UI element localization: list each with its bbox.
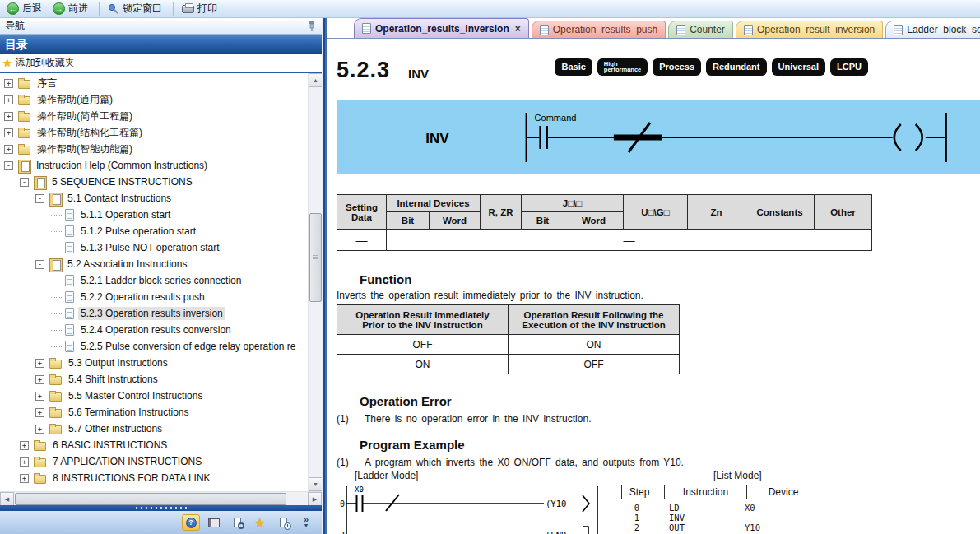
favorites-view-button[interactable]: ★ — [251, 514, 269, 531]
tree-item[interactable]: +5.5 Master Control Instructions — [0, 388, 308, 404]
tree-item[interactable]: 5.1.3 Pulse NOT operation start — [0, 239, 308, 256]
document-icon — [894, 25, 903, 35]
tree-item[interactable]: -5.2 Association Instructions — [0, 256, 308, 272]
tree-item[interactable]: +5.4 Shift Instructions — [0, 371, 308, 388]
tree-item-selected[interactable]: 5.2.3 Operation results inversion — [0, 305, 308, 322]
scrollbar-thumb[interactable] — [15, 493, 286, 505]
tree-item[interactable]: +操作帮助(智能功能篇) — [0, 141, 308, 157]
tree-expander[interactable]: - — [35, 260, 44, 269]
ladder-mode-label: [Ladder Mode] — [355, 470, 418, 481]
contents-view-button[interactable]: ? — [182, 514, 200, 531]
bit-header: Bit — [387, 212, 430, 230]
tree-item[interactable]: +操作帮助(结构化工程篇) — [0, 124, 308, 141]
add-to-favorites[interactable]: ★ 添加到收藏夹 — [0, 54, 322, 73]
table-cell: OFF — [509, 355, 680, 374]
toolbar-overflow-button[interactable]: »▼ — [297, 514, 315, 531]
document-icon — [744, 25, 753, 35]
tree-expander[interactable]: + — [20, 457, 29, 467]
scrollbar-thumb[interactable] — [309, 213, 322, 302]
table-cell: OFF — [337, 335, 509, 355]
contents-title-bar: 目录 — [0, 35, 322, 54]
tree-item[interactable]: -5.1 Contact Instructions — [0, 190, 308, 207]
document-icon — [540, 25, 549, 35]
tree-item[interactable]: -5 SEQUENCE INSTRUCTIONS — [0, 174, 308, 190]
tree-item[interactable]: 5.1.1 Operation start — [0, 207, 308, 223]
tree-horizontal-scrollbar[interactable]: ◀ ▶ — [0, 491, 322, 505]
history-view-button[interactable] — [274, 514, 292, 531]
tree-expander[interactable]: + — [35, 425, 44, 434]
scroll-up-button[interactable]: ▲ — [309, 73, 322, 87]
tree-item[interactable]: +6 BASIC INSTRUCTIONS — [0, 437, 308, 453]
tree-expander[interactable]: - — [35, 194, 44, 203]
tab-operation-results-push[interactable]: Operation_results_push — [532, 21, 666, 38]
lock-window-button[interactable]: 锁定窗口 — [105, 1, 168, 16]
svg-text:[END: [END — [546, 530, 566, 534]
program-example-heading: Program Example — [360, 438, 980, 452]
chevron-down-icon: ▼ — [304, 522, 309, 528]
tree-expander[interactable]: + — [35, 359, 44, 368]
badge-high-performance: Highperformance — [597, 58, 648, 76]
tree-expander[interactable]: - — [4, 161, 13, 170]
list-table-body: 0LDX0 1INV 2OUTY10 3END — [621, 503, 820, 534]
page-icon — [65, 275, 74, 286]
panel-splitter[interactable] — [0, 505, 322, 511]
tree-expander[interactable]: + — [4, 145, 13, 154]
book-icon — [18, 160, 30, 172]
tab-ladder-block-series[interactable]: Ladder_block_series — [885, 21, 980, 38]
tab-counter[interactable]: Counter — [668, 21, 733, 38]
tree-item[interactable]: +5.7 Other instructions — [0, 420, 308, 437]
tree-expander[interactable]: + — [20, 474, 29, 483]
instruction-header: Instruction — [665, 485, 747, 499]
tab-operation-result-inversion[interactable]: Operation_result_inversion — [736, 21, 883, 38]
tree-expander[interactable]: - — [20, 178, 29, 187]
close-tab-icon[interactable]: × — [515, 23, 521, 35]
instruction-format-diagram: INV Command — [337, 100, 980, 174]
tree-item[interactable]: +5.6 Termination Instructions — [0, 404, 308, 420]
tree-expander[interactable]: + — [4, 112, 13, 121]
tree-expander[interactable]: + — [35, 408, 44, 417]
tree-item[interactable]: 5.2.1 Ladder block series connection — [0, 272, 308, 289]
list-row: 1INV — [621, 513, 820, 522]
scroll-down-button[interactable]: ▼ — [309, 477, 322, 491]
tree-vertical-scrollbar[interactable]: ▲ ▼ — [308, 73, 322, 491]
folder-icon — [49, 360, 62, 369]
tree-expander[interactable]: + — [4, 128, 13, 137]
setting-data-header: Setting Data — [337, 195, 387, 230]
sidebar-bottom-toolbar: ? ★ »▼ — [0, 511, 322, 534]
tree-expander[interactable]: + — [35, 375, 44, 384]
tree-expander[interactable]: + — [4, 79, 13, 88]
folder-icon — [34, 442, 46, 451]
search-view-button[interactable] — [228, 514, 246, 531]
back-label: 后退 — [22, 2, 42, 16]
tree-item[interactable]: +8 INSTRUCTIONS FOR DATA LINK — [0, 470, 308, 486]
tree-item[interactable]: +操作帮助(简单工程篇) — [0, 108, 308, 124]
tree-item[interactable]: 5.2.2 Operation results push — [0, 289, 308, 305]
page-icon — [65, 308, 74, 319]
back-button[interactable]: ← 后退 — [3, 1, 48, 16]
document-icon — [676, 25, 685, 35]
svg-text:Command: Command — [535, 113, 577, 123]
scroll-left-button[interactable]: ◀ — [0, 492, 14, 506]
tree-item[interactable]: 5.2.4 Operation results conversion — [0, 322, 308, 338]
tree-expander[interactable]: + — [35, 392, 44, 401]
forward-button[interactable]: → 前进 — [49, 1, 94, 16]
index-view-button[interactable] — [205, 514, 223, 531]
tree-item[interactable]: +5.3 Output Instructions — [0, 355, 308, 371]
scroll-right-button[interactable]: ▶ — [308, 492, 322, 506]
autohide-pin-icon[interactable] — [307, 21, 317, 32]
toolbar-separator — [99, 2, 100, 16]
tree-item[interactable]: +7 APPLICATION INSTRUCTIONS — [0, 453, 308, 470]
tree-expander[interactable]: + — [4, 95, 13, 104]
tree-expander[interactable]: + — [20, 441, 29, 450]
svg-text:0: 0 — [340, 499, 345, 508]
tab-operation-results-inversion[interactable]: Operation_results_inversion × — [354, 18, 529, 38]
book-icon — [49, 258, 61, 271]
print-button[interactable]: 打印 — [179, 1, 223, 16]
lock-window-label: 锁定窗口 — [123, 2, 162, 16]
tree-item[interactable]: -Instruction Help (Common Instructions) — [0, 157, 308, 174]
list-table-header: Step Instruction Device — [621, 485, 820, 499]
tree-item[interactable]: +序言 — [0, 75, 308, 91]
tree-item[interactable]: 5.2.5 Pulse conversion of edge relay ope… — [0, 338, 308, 355]
tree-item[interactable]: +操作帮助(通用篇) — [0, 91, 308, 108]
tree-item[interactable]: 5.1.2 Pulse operation start — [0, 223, 308, 239]
